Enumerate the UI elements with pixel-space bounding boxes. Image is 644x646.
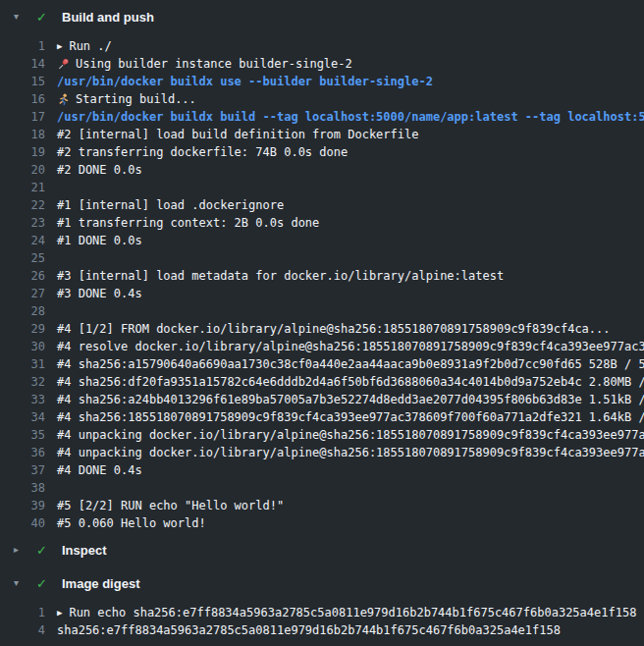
log-line[interactable]: 25 [0, 249, 644, 267]
log-text-content: #1 [internal] load .dockerignore [57, 196, 284, 214]
line-number[interactable]: 34 [0, 408, 45, 426]
log-line[interactable]: 28 [0, 302, 644, 320]
log-line[interactable]: 15/usr/bin/docker buildx use --builder b… [0, 73, 644, 90]
log-text-content: #3 [internal] load metadata for docker.i… [57, 267, 504, 285]
log-text [45, 179, 644, 196]
log-text-content: #2 transferring dockerfile: 74B 0.0s don… [57, 143, 348, 161]
play-icon[interactable]: ▶ [57, 37, 62, 55]
log-text: #2 DONE 0.0s [45, 161, 644, 179]
line-number[interactable]: 21 [0, 179, 45, 196]
log-text: #3 DONE 0.4s [45, 285, 644, 302]
runner-icon [57, 93, 70, 106]
actions-log-viewer: ▾✓Build and push1▶Run ./14Using builder … [0, 0, 644, 646]
log-line[interactable]: 27#3 DONE 0.4s [0, 285, 644, 302]
log-line[interactable]: 32#4 sha256:df20fa9351a15782c64e6dddb2d4… [0, 373, 644, 391]
line-number[interactable]: 38 [0, 479, 45, 497]
line-number[interactable]: 25 [0, 249, 45, 267]
line-number[interactable]: 27 [0, 285, 45, 302]
line-number[interactable]: 24 [0, 232, 45, 249]
log-text-content: /usr/bin/docker buildx use --builder bui… [57, 73, 433, 90]
log-line[interactable]: 30#4 resolve docker.io/library/alpine@sh… [0, 338, 644, 355]
log-section-inspect: ▸✓Inspect [0, 533, 644, 566]
line-number[interactable]: 26 [0, 267, 45, 285]
log-section-build-and-push: ▾✓Build and push1▶Run ./14Using builder … [0, 0, 644, 533]
line-number[interactable]: 28 [0, 302, 45, 320]
log-text-content: #4 sha256:df20fa9351a15782c64e6dddb2d4a6… [57, 373, 644, 391]
log-line[interactable]: 36#4 unpacking docker.io/library/alpine@… [0, 444, 644, 461]
log-line[interactable]: 1▶Run echo sha256:e7ff8834a5963a2785c5a0… [0, 604, 644, 621]
log-text: #4 DONE 0.4s [45, 461, 644, 479]
line-number[interactable]: 23 [0, 214, 45, 232]
line-number[interactable]: 1 [0, 37, 45, 55]
log-line[interactable]: 16Starting build... [0, 90, 644, 108]
line-number[interactable]: 1 [0, 604, 45, 621]
log-line[interactable]: 35#4 unpacking docker.io/library/alpine@… [0, 426, 644, 444]
log-line[interactable]: 18#2 [internal] load build definition fr… [0, 126, 644, 143]
log-section-image-digest: ▾✓Image digest1▶Run echo sha256:e7ff8834… [0, 566, 644, 640]
log-text: Using builder instance builder-single-2 [45, 55, 644, 73]
line-number[interactable]: 15 [0, 73, 45, 90]
line-number[interactable]: 17 [0, 108, 45, 126]
log-line[interactable]: 38 [0, 479, 644, 497]
log-line[interactable]: 33#4 sha256:a24bb4013296f61e89ba57005a7b… [0, 391, 644, 408]
line-number[interactable]: 14 [0, 55, 45, 73]
log-text-content: Using builder instance builder-single-2 [76, 55, 352, 73]
log-line[interactable]: 23#1 transferring context: 2B 0.0s done [0, 214, 644, 232]
line-number[interactable]: 30 [0, 338, 45, 355]
line-number[interactable]: 18 [0, 126, 45, 143]
log-text-content: sha256:e7ff8834a5963a2785c5a0811e979d16b… [57, 621, 561, 639]
line-number[interactable]: 20 [0, 161, 45, 179]
line-number[interactable]: 36 [0, 444, 45, 461]
log-line[interactable]: 39#5 [2/2] RUN echo "Hello world!" [0, 497, 644, 514]
log-line[interactable]: 22#1 [internal] load .dockerignore [0, 196, 644, 214]
log-line[interactable]: 1▶Run ./ [0, 37, 644, 55]
log-line[interactable]: 37#4 DONE 0.4s [0, 461, 644, 479]
log-text: /usr/bin/docker buildx build --tag local… [45, 108, 644, 126]
line-number[interactable]: 19 [0, 143, 45, 161]
log-text-content: #2 [internal] load build definition from… [57, 126, 418, 143]
line-number[interactable]: 33 [0, 391, 45, 408]
log-line[interactable]: 21 [0, 179, 644, 196]
pushpin-icon [57, 58, 70, 71]
log-text: #4 [1/2] FROM docker.io/library/alpine@s… [45, 320, 644, 338]
log-line[interactable]: 24#1 DONE 0.0s [0, 232, 644, 249]
section-header-build-and-push[interactable]: ▾✓Build and push [0, 0, 644, 33]
log-text-content: #2 DONE 0.0s [57, 161, 142, 179]
log-text [45, 302, 644, 320]
log-text-content: #1 DONE 0.0s [57, 232, 142, 249]
play-icon[interactable]: ▶ [57, 604, 62, 621]
log-line[interactable]: 4sha256:e7ff8834a5963a2785c5a0811e979d16… [0, 621, 644, 639]
chevron-down-icon[interactable]: ▾ [14, 12, 27, 22]
section-header-inspect[interactable]: ▸✓Inspect [0, 533, 644, 566]
log-text: Starting build... [45, 90, 644, 108]
line-number[interactable]: 39 [0, 497, 45, 514]
log-text: #4 sha256:a15790640a6690aa1730c38cf0a440… [45, 355, 644, 373]
log-line[interactable]: 20#2 DONE 0.0s [0, 161, 644, 179]
check-icon: ✓ [36, 11, 51, 24]
log-line[interactable]: 26#3 [internal] load metadata for docker… [0, 267, 644, 285]
log-line[interactable]: 31#4 sha256:a15790640a6690aa1730c38cf0a4… [0, 355, 644, 373]
log-line[interactable]: 34#4 sha256:185518070891758909c9f839cf4c… [0, 408, 644, 426]
log-text: #3 [internal] load metadata for docker.i… [45, 267, 644, 285]
log-line[interactable]: 29#4 [1/2] FROM docker.io/library/alpine… [0, 320, 644, 338]
line-number[interactable]: 31 [0, 355, 45, 373]
log-line[interactable]: 17/usr/bin/docker buildx build --tag loc… [0, 108, 644, 126]
line-number[interactable]: 22 [0, 196, 45, 214]
line-number[interactable]: 32 [0, 373, 45, 391]
line-number[interactable]: 40 [0, 514, 45, 532]
line-number[interactable]: 4 [0, 621, 45, 639]
log-text: ▶Run ./ [45, 37, 644, 55]
log-line[interactable]: 40#5 0.060 Hello world! [0, 514, 644, 532]
chevron-down-icon[interactable]: ▾ [14, 578, 27, 588]
line-number[interactable]: 29 [0, 320, 45, 338]
check-icon: ✓ [36, 544, 51, 557]
line-number[interactable]: 37 [0, 461, 45, 479]
line-number[interactable]: 16 [0, 90, 45, 108]
log-line[interactable]: 19#2 transferring dockerfile: 74B 0.0s d… [0, 143, 644, 161]
section-title: Build and push [62, 10, 154, 25]
line-number[interactable]: 35 [0, 426, 45, 444]
log-line[interactable]: 14Using builder instance builder-single-… [0, 55, 644, 73]
log-text-content: #4 DONE 0.4s [57, 461, 142, 479]
chevron-right-icon[interactable]: ▸ [14, 545, 27, 555]
section-header-image-digest[interactable]: ▾✓Image digest [0, 566, 644, 600]
